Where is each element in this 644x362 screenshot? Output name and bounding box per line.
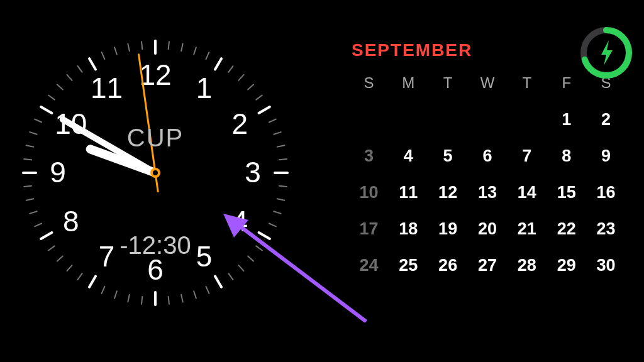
calendar-day[interactable]: 5 xyxy=(428,142,468,170)
svg-line-56 xyxy=(102,52,105,59)
svg-line-59 xyxy=(142,41,142,49)
calendar-day[interactable]: 10 xyxy=(349,178,389,206)
svg-line-2 xyxy=(181,44,182,52)
svg-line-25 xyxy=(215,277,221,287)
svg-line-17 xyxy=(277,199,285,200)
svg-text:11: 11 xyxy=(91,72,123,104)
svg-line-50 xyxy=(41,107,52,113)
svg-line-29 xyxy=(169,297,169,304)
calendar-grid: SMTWTFS123456789101112131415161718192021… xyxy=(349,74,626,279)
calendar-day[interactable]: 29 xyxy=(547,251,586,279)
svg-line-27 xyxy=(194,291,196,298)
calendar-day[interactable]: 1 xyxy=(547,106,586,133)
svg-line-18 xyxy=(274,211,280,214)
svg-line-23 xyxy=(238,265,243,271)
calendar-day[interactable]: 17 xyxy=(349,215,389,243)
calendar-day[interactable]: 25 xyxy=(389,251,428,279)
svg-line-4 xyxy=(206,52,209,59)
calendar-day[interactable]: 11 xyxy=(389,178,428,206)
svg-line-54 xyxy=(78,66,82,72)
calendar-day[interactable]: 6 xyxy=(468,142,508,170)
calendar-day[interactable]: 28 xyxy=(507,251,547,279)
svg-line-33 xyxy=(114,291,117,298)
svg-line-43 xyxy=(26,199,34,200)
svg-line-9 xyxy=(256,96,262,100)
svg-line-8 xyxy=(248,84,253,89)
calendar-dow: M xyxy=(389,74,428,97)
calendar-day[interactable]: 18 xyxy=(389,215,428,243)
calendar-dow: T xyxy=(507,74,547,97)
svg-line-49 xyxy=(35,119,42,123)
calendar-day[interactable]: 13 xyxy=(468,178,508,206)
svg-line-42 xyxy=(30,211,36,214)
svg-line-57 xyxy=(114,47,117,54)
svg-line-41 xyxy=(35,224,42,227)
svg-line-1 xyxy=(169,41,169,49)
calendar-dow: S xyxy=(349,74,389,97)
svg-line-16 xyxy=(279,186,287,187)
calendar-day[interactable]: 14 xyxy=(507,178,547,206)
calendar-day[interactable]: 30 xyxy=(586,251,626,279)
svg-line-53 xyxy=(67,75,72,80)
svg-line-51 xyxy=(48,96,55,100)
svg-line-7 xyxy=(238,75,243,80)
battery-complication[interactable] xyxy=(577,24,635,82)
calendar-day[interactable]: 3 xyxy=(349,142,389,170)
svg-line-3 xyxy=(194,47,196,54)
svg-line-46 xyxy=(24,159,31,160)
calendar-day[interactable]: 2 xyxy=(586,106,626,133)
svg-text:3: 3 xyxy=(245,156,261,189)
calendar-day[interactable]: 16 xyxy=(586,178,626,206)
svg-line-58 xyxy=(128,44,129,52)
calendar-day[interactable]: 23 xyxy=(586,215,626,243)
calendar-day[interactable]: 4 xyxy=(389,142,428,170)
calendar-day[interactable]: 22 xyxy=(547,215,586,243)
svg-line-36 xyxy=(78,273,82,280)
calendar-dow: W xyxy=(468,74,508,97)
svg-line-37 xyxy=(67,265,72,271)
svg-line-10 xyxy=(259,107,270,113)
svg-line-26 xyxy=(206,287,209,293)
svg-line-5 xyxy=(215,58,221,69)
clock-city-label: CUP xyxy=(17,124,294,152)
svg-point-76 xyxy=(153,170,158,175)
calendar-day[interactable]: 9 xyxy=(586,142,626,170)
calendar-dow: T xyxy=(428,74,468,97)
calendar-day[interactable]: 8 xyxy=(547,142,586,170)
svg-line-11 xyxy=(269,119,276,123)
calendar-day[interactable]: 15 xyxy=(547,178,586,206)
svg-line-55 xyxy=(89,58,96,69)
calendar-day[interactable]: 26 xyxy=(428,251,468,279)
clock-offset-label: -12:30 xyxy=(17,231,294,260)
analog-clock[interactable]: 123456789101112 CUP -12:30 xyxy=(17,35,294,311)
calendar-day[interactable]: 27 xyxy=(468,251,508,279)
svg-line-24 xyxy=(228,273,233,280)
calendar-day[interactable]: 24 xyxy=(349,251,389,279)
calendar-day[interactable]: 12 xyxy=(428,178,468,206)
svg-line-6 xyxy=(228,66,233,72)
svg-line-14 xyxy=(279,159,287,160)
svg-line-31 xyxy=(142,297,142,304)
watch-face-screen: 123456789101112 CUP -12:30 SEPTEMBER SMT… xyxy=(0,0,644,362)
svg-line-35 xyxy=(89,277,96,287)
svg-text:9: 9 xyxy=(50,156,66,189)
calendar-day[interactable]: 21 xyxy=(507,215,547,243)
calendar-day[interactable]: 19 xyxy=(428,215,468,243)
svg-line-32 xyxy=(128,295,129,302)
svg-line-19 xyxy=(269,224,276,227)
svg-line-28 xyxy=(181,295,182,302)
svg-text:1: 1 xyxy=(196,72,213,104)
calendar-day[interactable]: 20 xyxy=(468,215,508,243)
svg-line-52 xyxy=(57,84,63,89)
svg-line-34 xyxy=(102,287,105,293)
calendar-day[interactable]: 7 xyxy=(507,142,547,170)
svg-line-44 xyxy=(24,186,31,187)
